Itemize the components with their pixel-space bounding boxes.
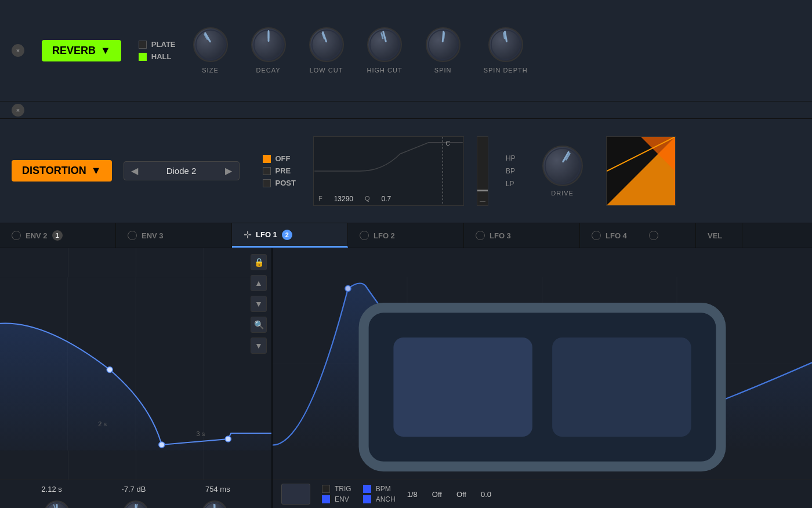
reverb-label-button[interactable]: REVERB ▼	[42, 40, 121, 61]
tab-lfo4-label: LFO 4	[606, 231, 627, 240]
svg-text:3 s: 3 s	[197, 430, 205, 437]
lfo-panel: TRIG ENV BPM ANCH 1/8	[273, 248, 812, 508]
reverb-dropdown-arrow: ▼	[100, 45, 111, 57]
size-knob[interactable]	[193, 27, 228, 62]
env-level-value: -7.7 dB	[121, 485, 146, 494]
spindepth-knob-label: SPIN DEPTH	[484, 67, 528, 74]
lfo-waveform-button[interactable]	[281, 484, 310, 505]
filter-off-option[interactable]: OFF	[263, 154, 296, 163]
svg-point-2	[253, 30, 282, 59]
reverb-title: REVERB	[52, 45, 96, 57]
env-attack-knob[interactable]	[44, 500, 70, 508]
filter-slider[interactable]: —	[477, 136, 488, 206]
tab-env3[interactable]: ENV 3	[116, 223, 232, 248]
reverb-plate-option[interactable]: PLATE	[139, 40, 176, 49]
tab-vel-label: VEL	[708, 231, 722, 240]
distortion-dropdown-arrow: ▼	[91, 165, 102, 177]
svg-point-34	[125, 503, 146, 508]
env-down2-button[interactable]: ▼	[251, 338, 267, 354]
preset-name: Diode 2	[145, 166, 218, 176]
tab-env2-badge: 1	[52, 230, 63, 241]
tab-lfo4[interactable]: LFO 4	[580, 223, 696, 248]
svg-text:2 s: 2 s	[98, 420, 107, 427]
decay-knob-label: DECAY	[256, 67, 280, 74]
env-curve-svg: 2 s 3 s	[0, 248, 271, 480]
drive-knob-group: DRIVE	[542, 146, 583, 197]
filter-options: OFF PRE POST	[263, 154, 296, 187]
distortion-label-button[interactable]: DISTORTION ▼	[12, 160, 112, 182]
size-knob-label: SIZE	[202, 67, 218, 74]
env-down-button[interactable]: ▼	[251, 296, 267, 312]
tab-lfo3-circle	[476, 231, 485, 240]
svg-point-4	[311, 30, 340, 59]
knob-group-size: SIZE	[193, 27, 228, 74]
tab-lfo1[interactable]: ⊹ LFO 1 2	[232, 223, 348, 248]
reverb-plate-checkbox[interactable]	[139, 41, 147, 49]
svg-point-8	[428, 30, 457, 59]
filter-hp-button[interactable]: HP	[502, 153, 519, 164]
waveform-display	[606, 136, 676, 206]
tab-lfo1-drag-icon: ⊹	[244, 229, 251, 240]
knob-group-highcut: HIGH CUT	[367, 27, 403, 74]
tab-lfo2[interactable]: LFO 2	[348, 223, 464, 248]
reverb-hall-label: HALL	[151, 52, 172, 61]
svg-rect-48	[552, 338, 691, 437]
tab-lfo3[interactable]: LFO 3	[464, 223, 580, 248]
drive-knob[interactable]	[542, 146, 583, 186]
filter-q-value: 0.7	[382, 195, 392, 203]
filter-pre-checkbox[interactable]	[263, 167, 271, 175]
filter-pre-label: PRE	[276, 166, 291, 175]
tab-vel[interactable]: VEL	[696, 223, 742, 248]
reverb-hall-option[interactable]: HALL	[139, 52, 176, 61]
filter-type-buttons: HP BP LP	[502, 153, 519, 189]
tab-lfo2-circle	[360, 231, 369, 240]
prev-preset-button[interactable]: ◀	[131, 165, 138, 176]
env-panel: 2 s 3 s 🔒 ▲ ▼ 🔍 ▼ 2.12 s -7.7 dB 754 ms	[0, 248, 273, 508]
highcut-knob-label: HIGH CUT	[367, 67, 403, 74]
filter-freq-value: 13290	[334, 195, 353, 203]
knob-group-lowcut: LOW CUT	[309, 27, 344, 74]
filter-slider-handle[interactable]	[477, 190, 488, 191]
tab-env3-circle	[128, 231, 137, 240]
svg-line-7	[382, 33, 383, 38]
next-preset-button[interactable]: ▶	[225, 165, 232, 176]
svg-point-15	[545, 148, 579, 183]
svg-point-28	[159, 442, 165, 448]
filter-post-option[interactable]: POST	[263, 179, 296, 187]
preset-selector: ◀ Diode 2 ▶	[124, 161, 240, 180]
env-release-knob[interactable]	[202, 500, 227, 508]
tabs-section: ENV 2 1 ENV 3 ⊹ LFO 1 2 LFO 2 LFO 3 LFO …	[0, 223, 812, 248]
env-bottom-values: 2.12 s -7.7 dB 754 ms	[0, 480, 271, 498]
reverb-hall-checkbox[interactable]	[139, 53, 147, 61]
env-up-button[interactable]: ▲	[251, 275, 267, 291]
reverb-knobs-area: SIZE DECAY LOW CUT	[193, 27, 528, 74]
highcut-knob[interactable]	[367, 27, 402, 62]
main-content: 2 s 3 s 🔒 ▲ ▼ 🔍 ▼ 2.12 s -7.7 dB 754 ms	[0, 248, 812, 508]
reverb-close-button[interactable]: ×	[12, 44, 24, 57]
env-level-knob[interactable]	[123, 500, 148, 508]
knob-group-spin: SPIN	[426, 27, 461, 74]
svg-point-29	[225, 436, 231, 442]
filter-bp-button[interactable]: BP	[502, 166, 519, 176]
spindepth-knob[interactable]	[488, 27, 523, 62]
distortion-section-close-button[interactable]: ×	[12, 104, 24, 117]
svg-line-33	[54, 505, 55, 508]
filter-values: F 13290 Q 0.7	[318, 195, 391, 203]
filter-off-checkbox[interactable]	[263, 155, 271, 163]
tab-env2-label: ENV 2	[26, 231, 48, 240]
tab-lfo2-label: LFO 2	[374, 231, 395, 240]
filter-pre-option[interactable]: PRE	[263, 166, 296, 175]
tab-env2[interactable]: ENV 2 1	[0, 223, 116, 248]
svg-point-27	[107, 367, 113, 372]
lowcut-knob[interactable]	[309, 27, 344, 62]
decay-knob[interactable]	[251, 27, 286, 62]
spin-knob[interactable]	[426, 27, 461, 62]
filter-q-icon: Q	[365, 195, 370, 203]
svg-line-9	[444, 33, 444, 38]
env-lock-button[interactable]: 🔒	[251, 254, 267, 270]
env-zoom-button[interactable]: 🔍	[251, 317, 267, 333]
filter-lp-button[interactable]: LP	[502, 179, 519, 189]
filter-post-checkbox[interactable]	[263, 179, 271, 187]
reverb-type-options: PLATE HALL	[139, 40, 176, 61]
knob-group-spindepth: SPIN DEPTH	[484, 27, 528, 74]
